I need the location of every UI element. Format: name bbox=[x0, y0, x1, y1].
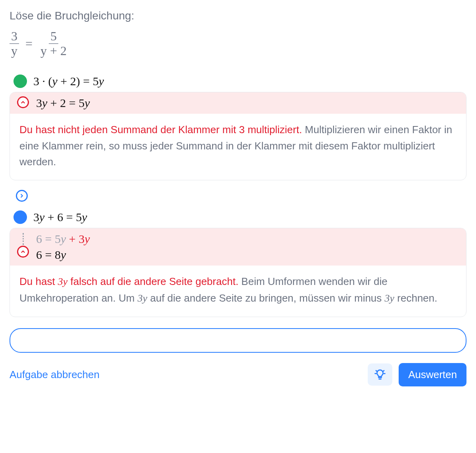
fraction-left-den: y bbox=[11, 44, 17, 58]
cancel-task-button[interactable]: Aufgabe abbrechen bbox=[10, 369, 100, 381]
hint-button[interactable] bbox=[368, 363, 392, 386]
step-connector-icon bbox=[23, 233, 24, 245]
svg-line-3 bbox=[383, 371, 384, 371]
error-rest-var-1: 3y bbox=[138, 292, 148, 304]
step-math: 3y + 6 = 5y3y + 6 = 5y bbox=[33, 210, 87, 224]
error-head[interactable]: 6 = 5y + 3y6 = 5y + 3y 6 = 8y6 = 8y bbox=[10, 228, 466, 266]
step-math: 3 · (y + 2) = 5y3 · (y + 2) = 5y bbox=[33, 75, 104, 88]
step-current: 3y + 6 = 5y3y + 6 = 5y bbox=[10, 206, 466, 228]
svg-line-2 bbox=[376, 371, 377, 371]
error-feedback: Du hast nicht jeden Summand der Klammer … bbox=[10, 114, 466, 180]
continue-button[interactable] bbox=[16, 190, 28, 202]
error-step-line-2: 6 = 8y6 = 8y bbox=[36, 248, 90, 262]
task-prompt: Löse die Bruchgleichung: bbox=[10, 10, 466, 22]
error-rest-var-2: 3y bbox=[385, 292, 395, 304]
equals-sign: = bbox=[25, 36, 33, 51]
status-dot-current-icon bbox=[13, 210, 27, 224]
answer-input[interactable] bbox=[10, 328, 466, 353]
error-head[interactable]: 3y + 2 = 5y3y + 2 = 5y bbox=[10, 92, 466, 114]
fraction-right-num: 5 bbox=[49, 29, 58, 44]
error-lead: Du hast nicht jeden Summand der Klammer … bbox=[19, 124, 302, 136]
status-dot-correct-icon bbox=[13, 75, 27, 88]
problem-equation: 3 y = 5 y + 2 bbox=[10, 29, 466, 58]
collapse-icon[interactable] bbox=[17, 246, 29, 258]
error-feedback: Du hast 3y falsch auf die andere Seite g… bbox=[10, 266, 466, 317]
error-lead: Du hast 3y falsch auf die andere Seite g… bbox=[19, 275, 238, 287]
collapse-icon[interactable] bbox=[17, 96, 29, 108]
fraction-right-den: y + 2 bbox=[40, 44, 67, 58]
fraction-right: 5 y + 2 bbox=[39, 29, 68, 58]
error-rest-2: auf die andere Seite zu bringen, müssen … bbox=[147, 292, 384, 304]
error-block-2: 6 = 5y + 3y6 = 5y + 3y 6 = 8y6 = 8y Du h… bbox=[10, 228, 466, 317]
step-correct-1: 3 · (y + 2) = 5y3 · (y + 2) = 5y bbox=[10, 71, 466, 92]
lightbulb-icon bbox=[374, 369, 386, 380]
error-block-1: 3y + 2 = 5y3y + 2 = 5y Du hast nicht jed… bbox=[10, 92, 466, 180]
footer: Aufgabe abbrechen Auswerten bbox=[10, 363, 466, 386]
evaluate-button[interactable]: Auswerten bbox=[399, 363, 466, 386]
error-rest-3: rechnen. bbox=[394, 292, 437, 304]
fraction-left-num: 3 bbox=[10, 29, 19, 44]
error-step-line-1: 6 = 5y + 3y6 = 5y + 3y bbox=[36, 232, 90, 246]
fraction-left: 3 y bbox=[10, 29, 19, 58]
error-step-math: 3y + 2 = 5y3y + 2 = 5y bbox=[36, 96, 90, 110]
